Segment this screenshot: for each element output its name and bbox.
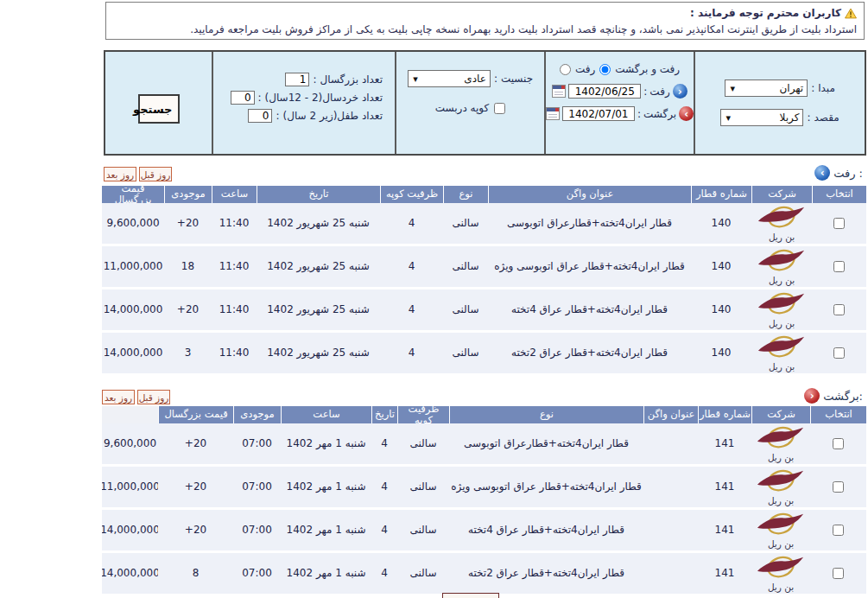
coupe-capacity: 4 bbox=[380, 246, 443, 287]
origin-destination-panel: مبدا : تهران ▾ مقصد : کربلا ▾ bbox=[694, 52, 865, 154]
company-name: بن ریل bbox=[769, 361, 795, 372]
row-select-checkbox[interactable] bbox=[833, 438, 844, 449]
depart-date-input[interactable] bbox=[568, 84, 641, 99]
notice-body: استرداد بلیت از طریق اینترنت امکانپذیر ن… bbox=[113, 22, 857, 38]
adult-price: 9,600,000 bbox=[102, 423, 158, 464]
col-capacity: ظرفیت کوپه bbox=[397, 406, 449, 423]
return-section-header: › برگشت: روز بعد روز قبل bbox=[102, 388, 866, 407]
col-available: موجودی bbox=[164, 186, 212, 203]
col-train-no: شماره قطار bbox=[691, 186, 751, 203]
destination-colon: : bbox=[807, 111, 810, 124]
child-count-input[interactable] bbox=[231, 91, 255, 105]
infant-count-input[interactable] bbox=[248, 109, 272, 123]
wagon-type: سالنی bbox=[443, 289, 488, 330]
travel-time: 07:00 bbox=[233, 553, 281, 594]
table-row: بن ریل 141 قطار ایران4تخته+قطارعراق اتوب… bbox=[102, 423, 866, 467]
wagon-title: قطار ایران4تخته+قطارعراق اتوبوسی bbox=[449, 423, 643, 464]
oneway-radio[interactable] bbox=[560, 64, 571, 75]
warning-icon bbox=[845, 8, 857, 19]
wagon-type: سالنی bbox=[443, 333, 488, 373]
return-date-input[interactable] bbox=[562, 106, 635, 121]
destination-value: کربلا bbox=[735, 111, 802, 124]
travel-time: 07:00 bbox=[233, 510, 281, 550]
return-prev-day-button[interactable]: روز قبل bbox=[137, 390, 170, 404]
company-name: بن ریل bbox=[768, 495, 794, 506]
return-section-label: برگشت: bbox=[823, 390, 863, 403]
origin-label: مبدا bbox=[818, 82, 835, 94]
travel-date: شنبه 1 مهر 1402 bbox=[281, 510, 371, 550]
col-wagon: عنوان واگن bbox=[488, 186, 691, 203]
seats-available: 8 bbox=[158, 553, 233, 594]
col-train-no: شماره قطار bbox=[698, 406, 751, 423]
company-name: بن ریل bbox=[768, 452, 794, 462]
row-select-checkbox[interactable] bbox=[833, 481, 844, 493]
travel-date: شنبه 25 شهریور 1402 bbox=[257, 333, 380, 373]
adult-colon: : bbox=[313, 73, 316, 86]
col-available: موجودی bbox=[233, 406, 281, 423]
wagon-title: قطار ایران4تخته+قطارعراق اتوبوسی bbox=[488, 203, 691, 244]
partial-bottom-button[interactable] bbox=[442, 593, 499, 598]
origin-select[interactable]: تهران ▾ bbox=[725, 80, 808, 97]
row-select-checkbox[interactable] bbox=[833, 261, 845, 272]
child-colon: : bbox=[258, 92, 262, 104]
travel-time: 07:00 bbox=[233, 467, 281, 507]
col-company: شرکت bbox=[751, 186, 812, 203]
return-section-label-group: › برگشت: bbox=[804, 388, 863, 404]
infant-count-label: تعداد طفل(زیر 2 سال) bbox=[283, 110, 383, 122]
empty-cell bbox=[643, 467, 698, 507]
adult-count-input[interactable] bbox=[285, 73, 309, 86]
row-select-checkbox[interactable] bbox=[833, 304, 845, 315]
company-name: بن ریل bbox=[769, 232, 795, 242]
return-arrow-icon: › bbox=[679, 106, 694, 121]
passenger-panel: تعداد بزرگسال : تعداد خردسال(2 - 12سال) … bbox=[212, 52, 395, 154]
travel-date: شنبه 25 شهریور 1402 bbox=[257, 289, 380, 330]
outbound-prev-day-button[interactable]: روز قبل bbox=[139, 167, 172, 181]
destination-select[interactable]: کربلا ▾ bbox=[720, 109, 803, 126]
col-price: قیمت بزرگسال bbox=[158, 406, 233, 423]
row-select-checkbox[interactable] bbox=[833, 525, 844, 536]
row-select-checkbox[interactable] bbox=[833, 218, 845, 229]
return-section-icon: › bbox=[804, 388, 820, 404]
return-table: انتخاب شرکت شماره قطار عنوان واگن نوع ظر… bbox=[102, 406, 866, 596]
wagon-type: سالنی bbox=[397, 423, 449, 464]
outbound-next-day-button[interactable]: روز بعد bbox=[104, 167, 136, 181]
train-number: 140 bbox=[691, 203, 751, 244]
roundtrip-radio[interactable] bbox=[599, 64, 611, 75]
search-button[interactable]: جستجو bbox=[138, 94, 180, 124]
seats-available: +20 bbox=[164, 203, 212, 244]
travel-date: شنبه 1 مهر 1402 bbox=[281, 553, 371, 594]
chevron-down-icon: ▾ bbox=[409, 73, 422, 85]
gender-select[interactable]: عادی ▾ bbox=[408, 70, 491, 87]
row-select-checkbox[interactable] bbox=[833, 568, 844, 579]
calendar-icon[interactable] bbox=[546, 107, 560, 120]
col-type: نوع bbox=[443, 186, 488, 203]
gender-label: جنسیت bbox=[501, 73, 533, 85]
calendar-icon[interactable] bbox=[552, 85, 566, 98]
private-compartment-label: کوپه دربست bbox=[435, 102, 489, 114]
coupe-capacity: 4 bbox=[380, 333, 443, 373]
bonrail-logo-icon bbox=[757, 291, 806, 317]
adult-price: 14,000,000 bbox=[102, 333, 164, 373]
wagon-type: سالنی bbox=[397, 510, 449, 550]
destination-label: مقصد bbox=[814, 111, 839, 124]
col-type: نوع bbox=[449, 406, 643, 423]
gender-colon: : bbox=[494, 73, 497, 85]
search-panel: جستجو bbox=[105, 52, 212, 154]
return-next-day-button[interactable]: روز بعد bbox=[102, 390, 135, 404]
empty-cell bbox=[643, 553, 698, 594]
outbound-section-label: رفت : bbox=[833, 167, 863, 180]
train-number: 141 bbox=[698, 423, 751, 464]
col-select: انتخاب bbox=[812, 186, 866, 203]
private-compartment-checkbox[interactable] bbox=[494, 103, 505, 114]
seats-available: +20 bbox=[158, 423, 233, 464]
col-date: تاریخ bbox=[257, 186, 380, 203]
col-price: قیمت بزرگسال bbox=[102, 186, 164, 203]
wagon-title: قطار ایران4تخته+قطار عراق 4تخته bbox=[449, 510, 643, 550]
company-name: بن ریل bbox=[769, 318, 795, 328]
coupe-capacity: 4 bbox=[371, 553, 397, 594]
bonrail-logo-icon bbox=[757, 468, 805, 494]
coupe-capacity: 4 bbox=[371, 467, 397, 507]
coupe-capacity: 4 bbox=[380, 203, 443, 244]
row-select-checkbox[interactable] bbox=[833, 347, 845, 359]
train-number: 141 bbox=[698, 467, 751, 507]
